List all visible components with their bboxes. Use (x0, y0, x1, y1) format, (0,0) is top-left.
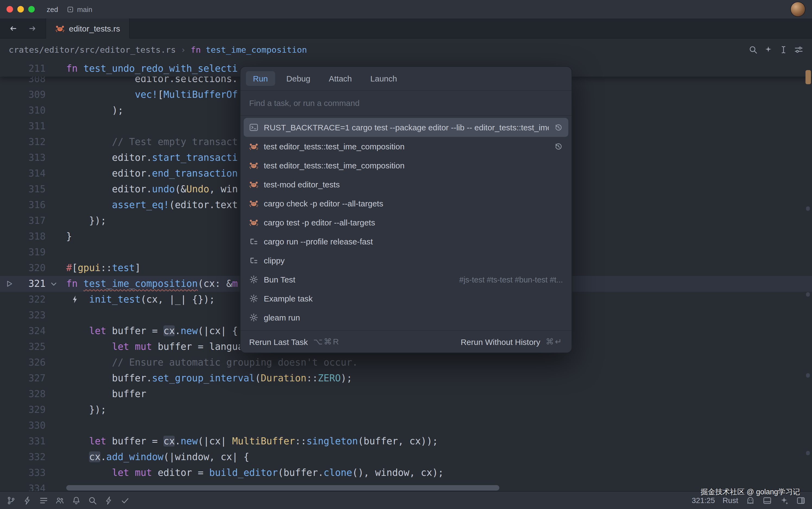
run-test-icon[interactable] (6, 280, 12, 287)
tab-editor-tests[interactable]: editor_tests.rs (46, 19, 130, 39)
ai-assistant-icon[interactable] (746, 496, 755, 505)
task-item[interactable]: cargo test -p editor --all-targets (244, 213, 568, 232)
forward-icon[interactable] (28, 24, 36, 32)
code-text: #[gpui::test] (66, 260, 141, 276)
right-dock-icon[interactable] (796, 496, 806, 505)
breadcrumb[interactable]: crates/editor/src/editor_tests.rs›fntest… (9, 45, 307, 55)
back-icon[interactable] (9, 24, 17, 32)
code-text: ); (66, 103, 123, 118)
line-number: 334 (0, 481, 46, 491)
task-item[interactable]: Example task (244, 289, 568, 308)
code-text: assert_eq!(editor.text (66, 197, 238, 213)
diagnostics-check-icon[interactable] (120, 496, 130, 505)
task-search-input[interactable]: Find a task, or run a command (241, 91, 571, 116)
notifications-icon[interactable] (72, 496, 81, 505)
tab-run[interactable]: Run (246, 71, 275, 86)
task-tags: #js-test #ts-test #bun-test #t... (459, 275, 563, 284)
cursor-position[interactable]: 321:25 (692, 496, 715, 505)
zoom-window-button[interactable] (28, 6, 35, 12)
minimize-window-button[interactable] (17, 6, 24, 12)
code-line[interactable]: 333 let mut editor = build_editor(buffer… (0, 465, 812, 481)
magic-wand-icon[interactable] (764, 45, 773, 54)
crab-icon (249, 199, 258, 208)
code-line[interactable]: 328 buffer (0, 386, 812, 402)
task-item[interactable]: test editor_tests::test_ime_composition (244, 156, 568, 175)
line-number: 316 (0, 197, 46, 213)
search-icon[interactable] (748, 45, 758, 54)
scrollbar-marker (806, 451, 810, 455)
code-text: let buffer = cx.new(|cx| MultiBuffer::si… (66, 434, 438, 449)
task-item[interactable]: gleam run (244, 308, 568, 327)
code-line[interactable]: 326 // Ensure automatic grouping doesn't… (0, 355, 812, 371)
close-window-button[interactable] (6, 6, 13, 12)
task-item[interactable]: cargo check -p editor --all-targets (244, 194, 568, 213)
code-line[interactable]: 329 }); (0, 402, 812, 418)
code-text: vec![MultiBufferOf (66, 87, 238, 103)
tab-label: editor_tests.rs (69, 24, 120, 33)
gear-icon (249, 275, 258, 284)
branch-selector[interactable]: main (67, 5, 92, 13)
task-item[interactable]: clippy (244, 251, 568, 270)
task-label: clippy (264, 256, 563, 265)
avatar[interactable] (791, 2, 805, 16)
task-label: cargo test -p editor --all-targets (264, 218, 563, 227)
task-item[interactable]: RUST_BACKTRACE=1 cargo test --package ed… (244, 118, 568, 137)
scrollbar-marker[interactable] (806, 70, 811, 84)
tab-launch[interactable]: Launch (363, 71, 404, 86)
terminal-panel-icon[interactable] (763, 496, 772, 505)
code-text: }); (66, 213, 106, 229)
title-bar: zed main (0, 0, 812, 19)
text-cursor-icon[interactable] (779, 45, 788, 54)
rerun-without-history-button[interactable]: Rerun Without History (460, 337, 540, 346)
task-label: cargo run --profile release-fast (264, 237, 563, 246)
task-label: Example task (264, 294, 563, 303)
task-item[interactable]: test editor_tests::test_ime_composition (244, 137, 568, 156)
code-line[interactable]: 327 buffer.set_group_interval(Duration::… (0, 371, 812, 386)
app-title: zed (47, 5, 58, 13)
breadcrumb-symbol-keyword: fn (191, 45, 201, 55)
task-label: test editor_tests::test_ime_composition (264, 142, 549, 151)
crab-icon (249, 161, 258, 170)
line-number: 315 (0, 181, 46, 197)
tab-debug[interactable]: Debug (279, 71, 317, 86)
code-line[interactable]: 332 cx.add_window(|window, cx| { (0, 449, 812, 465)
tree-icon (249, 237, 258, 246)
nav-buttons (0, 19, 46, 38)
quick-action-icon[interactable] (104, 496, 113, 505)
search-icon[interactable] (88, 496, 97, 505)
line-number: 325 (0, 339, 46, 355)
task-item[interactable]: test-mod editor_tests (244, 175, 568, 194)
task-item[interactable]: cargo run --profile release-fast (244, 232, 568, 251)
assistant-sparkle-icon[interactable] (779, 496, 789, 505)
code-line[interactable]: 330 (0, 418, 812, 434)
line-number: 323 (0, 307, 46, 323)
code-text: } (66, 229, 72, 244)
line-number: 329 (0, 402, 46, 418)
task-label: cargo check -p editor --all-targets (264, 199, 563, 208)
code-line[interactable]: 331 let buffer = cx.new(|cx| MultiBuffer… (0, 434, 812, 449)
scrollbar-marker (806, 292, 810, 297)
line-number: 332 (0, 449, 46, 465)
collab-panel-icon[interactable] (56, 496, 65, 505)
traffic-lights (0, 6, 35, 12)
code-text: buffer.set_group_interval(Duration::ZERO… (66, 371, 352, 386)
line-number: 309 (0, 87, 46, 103)
zap-icon[interactable] (23, 496, 32, 505)
fold-chevron-icon[interactable] (50, 282, 57, 286)
horizontal-scrollbar[interactable] (66, 485, 500, 490)
line-number: 322 (0, 292, 46, 307)
line-number: 328 (0, 386, 46, 402)
tab-attach[interactable]: Attach (322, 71, 359, 86)
editor-controls-icon[interactable] (794, 45, 803, 54)
rerun-last-task-button[interactable]: Rerun Last Task (249, 337, 308, 346)
palette-footer: Rerun Last Task ⌥⌘R Rerun Without Histor… (241, 330, 571, 352)
code-text: // Test empty transact (66, 134, 238, 150)
task-item[interactable]: Bun Test#js-test #ts-test #bun-test #t..… (244, 270, 568, 289)
code-text: let mut editor = build_editor(buffer.clo… (66, 465, 444, 481)
code-text: buffer (66, 386, 146, 402)
language-selector[interactable]: Rust (723, 496, 738, 505)
status-bar: 321:25 Rust (0, 491, 812, 509)
source-control-icon[interactable] (6, 496, 16, 505)
outline-panel-icon[interactable] (39, 496, 48, 505)
code-text: let buffer = cx.new(|cx| { (66, 323, 238, 339)
